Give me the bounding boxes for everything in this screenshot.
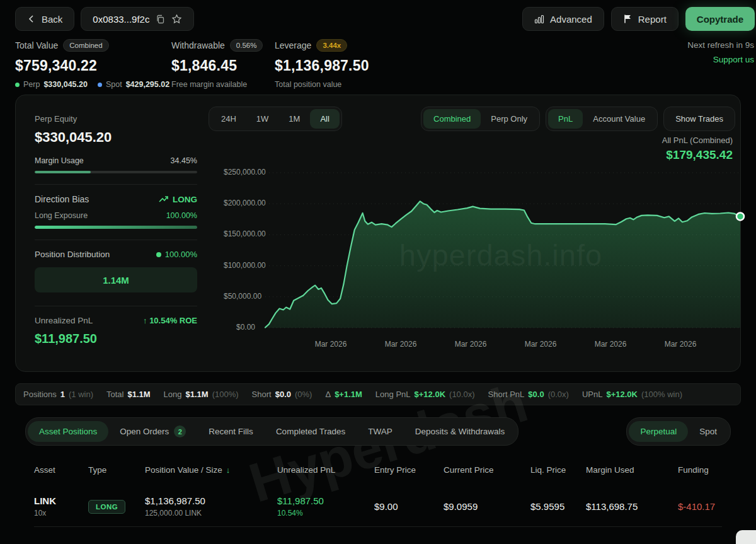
tab-deposits-withdrawals[interactable]: Deposits & Withdrawals: [404, 421, 517, 442]
roe-wrap: ↑ 10.54% ROE: [143, 316, 197, 325]
copytrade-button[interactable]: Copytrade: [685, 7, 755, 31]
tab-recent-fills[interactable]: Recent Fills: [197, 421, 265, 442]
withdrawable-sub: Free margin available: [171, 80, 247, 89]
y-tick-label: $50,000.00: [224, 292, 255, 301]
view-toggle-group: Combined Perp Only: [421, 107, 540, 131]
long-badge: LONG: [88, 500, 125, 514]
position-distribution-pct: 100.00%: [165, 250, 197, 259]
unrealized-pnl-cell: $11,987.50 10.54%: [277, 495, 374, 518]
position-row-link[interactable]: LINK 10x LONG $1,136,987.50 125,000.00 L…: [34, 487, 722, 527]
stat-withdrawable: Withdrawable 0.56% $1,846.45 Free margin…: [171, 39, 275, 89]
toggle-spot[interactable]: Spot: [688, 421, 728, 442]
col-entry-price: Entry Price: [374, 465, 444, 475]
position-value: $1,136,987.50: [145, 495, 277, 506]
range-1m[interactable]: 1M: [278, 109, 310, 129]
address-pill[interactable]: 0x0833...9f2c: [81, 7, 194, 31]
x-tick-label: Mar 2026: [585, 340, 636, 349]
margin-usage-fill: [35, 171, 91, 173]
long-exposure-fill: [35, 226, 197, 229]
long-exposure-label: Long Exposure: [35, 211, 88, 220]
spot-legend: Spot $429,295.02: [98, 80, 169, 89]
range-1w[interactable]: 1W: [246, 109, 279, 129]
all-pnl-label: All PnL (Combined): [662, 136, 733, 145]
equity-sidebar: Perp Equity $330,045.20 Margin Usage 34.…: [35, 114, 197, 346]
pnl-chart: $0.00 $50,000.00 $100,000.00 $150,000.00…: [224, 158, 743, 360]
perp-value: $330,045.20: [43, 80, 88, 89]
col-unrealized-pnl: Unrealized PnL: [277, 465, 374, 475]
pnl-area: [265, 201, 740, 328]
y-tick-label: $250,000.00: [224, 168, 255, 177]
back-button[interactable]: Back: [15, 7, 74, 31]
open-orders-count-badge: 2: [174, 425, 186, 437]
col-funding: Funding: [678, 465, 722, 475]
range-24h[interactable]: 24H: [211, 109, 246, 129]
copy-icon[interactable]: [156, 14, 165, 24]
position-distribution-segment: 1.14M: [35, 267, 197, 292]
corner-widget-button[interactable]: [736, 530, 756, 544]
col-liq-price: Liq. Price: [530, 465, 586, 475]
positions-table-header: Asset Type Position Value / Size↓ Unreal…: [34, 465, 722, 475]
unrealized-pnl-label: Unrealized PnL: [35, 316, 93, 325]
back-label: Back: [42, 14, 62, 25]
position-value-cell: $1,136,987.50 125,000.00 LINK: [145, 495, 277, 518]
pnl-chart-svg[interactable]: [265, 158, 740, 335]
chart-toggles: Combined Perp Only PnL Account Value Sho…: [421, 107, 735, 131]
toggle-perpetual[interactable]: Perpetual: [629, 421, 688, 442]
x-tick-label: Mar 2026: [515, 340, 566, 349]
type-cell: LONG: [88, 500, 145, 514]
liq-price-cell: $5.9595: [530, 501, 586, 512]
trend-up-icon: [159, 195, 169, 203]
perp-dot-icon: [15, 83, 20, 87]
y-tick-label: $200,000.00: [224, 199, 255, 207]
spot-label: Spot: [106, 80, 122, 89]
star-icon[interactable]: [171, 14, 182, 25]
metric-account-value[interactable]: Account Value: [583, 109, 655, 129]
asset-cell: LINK 10x: [34, 495, 88, 518]
portfolio-page: Back 0x0833...9f2c Advanced Report Copyt…: [0, 0, 756, 544]
combined-badge: Combined: [63, 39, 108, 52]
col-asset: Asset: [34, 465, 88, 475]
positions-summary-strip: Positions1(1 win) Total$1.1M Long$1.1M(1…: [15, 383, 741, 405]
col-position-value-size[interactable]: Position Value / Size↓: [145, 465, 277, 475]
x-tick-label: Mar 2026: [655, 340, 706, 349]
perp-label: Perp: [23, 80, 40, 89]
roe-value: 10.54% ROE: [149, 316, 197, 325]
asset-leverage: 10x: [34, 509, 88, 518]
show-trades-button[interactable]: Show Trades: [663, 107, 735, 131]
view-combined[interactable]: Combined: [423, 109, 481, 129]
leverage-amount: $1,136,987.50: [275, 57, 438, 74]
copytrade-label: Copytrade: [697, 14, 743, 25]
y-tick-label: $100,000.00: [224, 261, 255, 270]
tab-open-orders[interactable]: Open Orders2: [108, 420, 197, 443]
stats-row: Total Value Combined $759,340.22 Perp $3…: [15, 39, 756, 89]
pnl-end-dot: [736, 212, 744, 220]
long-exposure-bar: [35, 226, 197, 229]
tab-completed-trades[interactable]: Completed Trades: [265, 421, 357, 442]
divider: [35, 240, 197, 240]
header-actions: Advanced Report Copytrade: [522, 7, 756, 31]
support-us-link[interactable]: Support us: [687, 55, 754, 64]
direction-bias-value-wrap: LONG: [159, 195, 197, 204]
tab-twap[interactable]: TWAP: [357, 421, 404, 442]
x-tick-label: Mar 2026: [306, 340, 356, 349]
spot-dot-icon: [98, 83, 102, 87]
report-button[interactable]: Report: [611, 7, 679, 31]
positions-tab-group: Asset Positions Open Orders2 Recent Fill…: [25, 417, 518, 446]
tab-asset-positions[interactable]: Asset Positions: [28, 421, 108, 442]
y-tick-label: $0.00: [224, 323, 255, 332]
perp-equity-label: Perp Equity: [35, 114, 197, 124]
divider: [35, 184, 197, 185]
position-distribution-pct-wrap: 100.00%: [156, 250, 197, 259]
long-exposure-value: 100.00%: [166, 211, 197, 220]
direction-bias-label: Direction Bias: [35, 194, 89, 204]
leverage-badge: 3.44x: [316, 39, 347, 52]
wallet-address: 0x0833...9f2c: [93, 14, 149, 25]
advanced-button[interactable]: Advanced: [522, 7, 604, 31]
long-dot-icon: [156, 252, 161, 257]
unrealized-pnl-value: $11,987.50: [35, 332, 197, 346]
time-range-group: 24H 1W 1M All: [209, 107, 342, 131]
range-all[interactable]: All: [310, 109, 339, 129]
view-perp-only[interactable]: Perp Only: [481, 109, 537, 129]
summary-upnl: UPnL$+12.0K(100% win): [582, 390, 682, 399]
metric-pnl[interactable]: PnL: [548, 109, 583, 129]
